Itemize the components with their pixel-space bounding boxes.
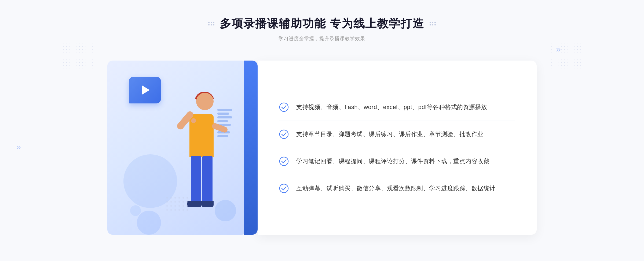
person-leg-left bbox=[191, 156, 201, 204]
svg-point-1 bbox=[280, 130, 288, 139]
feature-item-2: 支持章节目录、弹题考试、课后练习、课后作业、章节测验、批改作业 bbox=[279, 121, 515, 148]
chevron-right-icon: » bbox=[556, 44, 561, 54]
dot-pattern-top-left bbox=[62, 42, 94, 74]
person-head bbox=[196, 93, 214, 110]
play-triangle-icon bbox=[142, 85, 150, 95]
person-leg-right bbox=[202, 156, 213, 204]
deco-blue-circle-small bbox=[130, 205, 141, 216]
blue-vertical-bar bbox=[244, 61, 258, 235]
main-content: 支持视频、音频、flash、word、excel、ppt、pdf等各种格式的资源… bbox=[107, 55, 537, 248]
svg-point-0 bbox=[280, 103, 288, 111]
deco-blue-circle bbox=[137, 211, 161, 235]
svg-point-2 bbox=[280, 157, 288, 166]
page-container: » » 多项录播课辅助功能 专为线上教学打造 bbox=[0, 0, 644, 261]
title-wrapper: 多项录播课辅助功能 专为线上教学打造 bbox=[208, 16, 436, 31]
feature-text-4: 互动弹幕、试听购买、微信分享、观看次数限制、学习进度跟踪、数据统计 bbox=[296, 184, 496, 193]
character-illustration bbox=[155, 87, 230, 235]
feature-text-1: 支持视频、音频、flash、word、excel、ppt、pdf等各种格式的资源… bbox=[296, 102, 487, 112]
feature-item-1: 支持视频、音频、flash、word、excel、ppt、pdf等各种格式的资源… bbox=[279, 94, 515, 121]
feature-text-2: 支持章节目录、弹题考试、课后练习、课后作业、章节测验、批改作业 bbox=[296, 129, 484, 139]
page-title: 多项录播课辅助功能 专为线上教学打造 bbox=[220, 16, 424, 31]
page-subtitle: 学习进度全掌握，提升录播课教学效果 bbox=[208, 35, 436, 42]
illustration-area bbox=[107, 55, 258, 248]
dots-grid bbox=[166, 197, 188, 213]
chevron-left-icon: » bbox=[16, 142, 21, 152]
check-circle-icon-2 bbox=[279, 129, 289, 139]
feature-item-3: 学习笔记回看、课程提问、课程评论打分、课件资料下载，重点内容收藏 bbox=[279, 148, 515, 175]
feature-text-3: 学习笔记回看、课程提问、课程评论打分、课件资料下载，重点内容收藏 bbox=[296, 156, 489, 166]
person-shoe-right bbox=[202, 201, 214, 207]
illustration-bg bbox=[107, 61, 247, 235]
check-circle-icon-1 bbox=[279, 102, 289, 112]
feature-item-4: 互动弹幕、试听购买、微信分享、观看次数限制、学习进度跟踪、数据统计 bbox=[279, 175, 515, 202]
check-circle-icon-4 bbox=[279, 184, 289, 193]
person-arm-right bbox=[211, 122, 228, 133]
person-shoe-left bbox=[187, 201, 202, 207]
dot-pattern-top-right bbox=[550, 42, 582, 74]
title-decoration-right bbox=[430, 22, 436, 25]
content-area: 支持视频、音频、flash、word、excel、ppt、pdf等各种格式的资源… bbox=[258, 61, 537, 235]
header-section: 多项录播课辅助功能 专为线上教学打造 学习进度全掌握，提升录播课教学效果 bbox=[208, 16, 436, 42]
svg-point-3 bbox=[280, 184, 288, 193]
title-decoration-left bbox=[208, 22, 214, 25]
check-circle-icon-3 bbox=[279, 156, 289, 166]
